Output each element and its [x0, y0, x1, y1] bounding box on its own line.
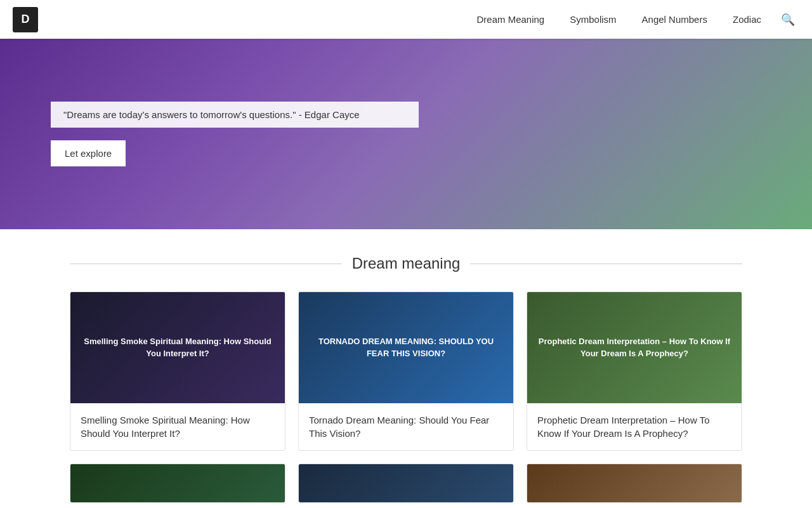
search-button[interactable]: 🔍 [776, 8, 799, 31]
section-divider-left [70, 264, 342, 264]
card-2[interactable]: TORNADO DREAM MEANING: SHOULD YOU FEAR T… [298, 291, 514, 451]
site-logo[interactable]: D [13, 7, 38, 32]
card-1-title: Smelling Smoke Spiritual Meaning: How Sh… [81, 413, 275, 440]
card-6[interactable] [527, 464, 742, 503]
card-3-image: Prophetic Dream Interpretation – How To … [527, 292, 742, 403]
card-3-body: Prophetic Dream Interpretation – How To … [527, 403, 742, 450]
card-5-image [299, 464, 513, 502]
card-5[interactable] [298, 464, 514, 503]
explore-button[interactable]: Let explore [51, 140, 126, 166]
nav-dream-meaning[interactable]: Dream Meaning [467, 9, 555, 30]
nav-zodiac[interactable]: Zodiac [723, 9, 771, 30]
card-6-image [527, 464, 742, 502]
card-3[interactable]: Prophetic Dream Interpretation – How To … [527, 291, 742, 451]
card-3-title: Prophetic Dream Interpretation – How To … [537, 413, 731, 440]
card-4-image [70, 464, 285, 502]
cards-grid-row1: Smelling Smoke Spiritual Meaning: How Sh… [70, 291, 742, 451]
hero-quote: "Dreams are today's answers to tomorrow'… [51, 102, 419, 128]
nav-symbolism[interactable]: Symbolism [560, 9, 626, 30]
card-1-body: Smelling Smoke Spiritual Meaning: How Sh… [70, 403, 285, 450]
nav-links: Dream Meaning Symbolism Angel Numbers Zo… [467, 8, 800, 31]
nav-angel-numbers[interactable]: Angel Numbers [632, 9, 717, 30]
card-2-body: Tornado Dream Meaning: Should You Fear T… [299, 403, 513, 450]
card-1-image: Smelling Smoke Spiritual Meaning: How Sh… [70, 292, 285, 403]
search-icon: 🔍 [781, 13, 795, 27]
card-1[interactable]: Smelling Smoke Spiritual Meaning: How Sh… [70, 291, 285, 451]
section-header: Dream meaning [70, 255, 742, 272]
hero-section: "Dreams are today's answers to tomorrow'… [0, 39, 812, 229]
card-2-title: Tornado Dream Meaning: Should You Fear T… [309, 413, 503, 440]
cards-grid-row2 [70, 464, 742, 503]
card-4[interactable] [70, 464, 285, 503]
card-2-image: TORNADO DREAM MEANING: SHOULD YOU FEAR T… [299, 292, 513, 403]
section-divider-right [470, 264, 742, 264]
section-title: Dream meaning [352, 255, 461, 272]
main-content: Dream meaning Smelling Smoke Spiritual M… [57, 229, 755, 508]
navbar: D Dream Meaning Symbolism Angel Numbers … [0, 0, 812, 39]
